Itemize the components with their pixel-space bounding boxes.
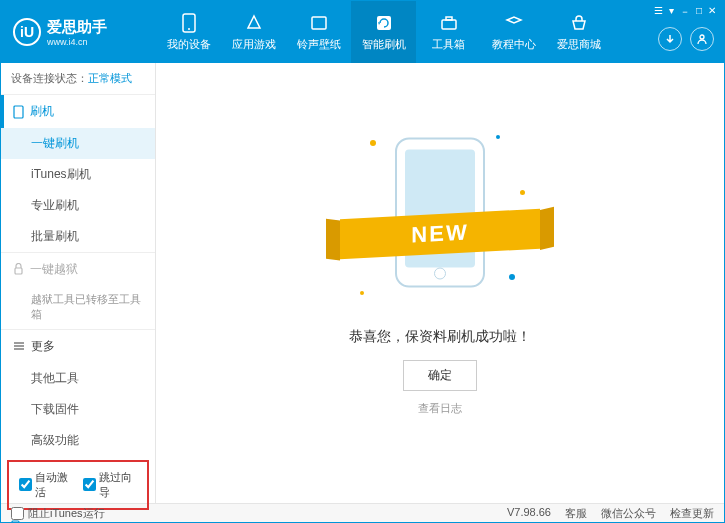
maximize-icon[interactable]: □ [696,5,702,19]
checkbox-auto-activate[interactable]: 自动激活 [19,470,73,500]
tab-ringtones[interactable]: 铃声壁纸 [286,1,351,63]
sidebar-item-other-tools[interactable]: 其他工具 [1,363,155,394]
sidebar-item-advanced[interactable]: 高级功能 [1,425,155,456]
status-label: 设备连接状态： [11,72,88,84]
tab-toolbox[interactable]: 工具箱 [416,1,481,63]
section-title: 刷机 [30,103,54,120]
svg-rect-8 [15,268,22,274]
sidebar-item-oneclick-flash[interactable]: 一键刷机 [1,128,155,159]
flash-icon [374,13,394,33]
tab-apps-games[interactable]: 应用游戏 [221,1,286,63]
more-icon [13,341,25,351]
ok-button[interactable]: 确定 [403,360,477,391]
app-header: iU 爱思助手 www.i4.cn 我的设备 应用游戏 铃声壁纸 智能刷机 工具… [1,1,724,63]
toolbox-icon [439,13,459,33]
phone-icon [13,105,24,119]
svg-point-6 [700,35,704,39]
tab-tutorials[interactable]: 教程中心 [481,1,546,63]
tab-label: 应用游戏 [232,37,276,52]
app-domain: www.i4.cn [47,37,107,47]
menu-icon[interactable]: ☰ [654,5,663,19]
logo-area: iU 爱思助手 www.i4.cn [1,18,156,47]
sidebar-item-pro-flash[interactable]: 专业刷机 [1,190,155,221]
checkbox-label: 跳过向导 [99,470,137,500]
sidebar-item-download-firmware[interactable]: 下载固件 [1,394,155,425]
checkbox-input[interactable] [19,478,32,491]
sidebar-section-jailbreak: 一键越狱 [1,253,155,286]
version-label: V7.98.66 [507,506,551,521]
main-content: NEW 恭喜您，保资料刷机成功啦！ 确定 查看日志 [156,63,724,503]
sidebar-section-flash[interactable]: 刷机 [1,95,155,128]
window-controls: ☰ ▾ － □ ✕ [654,5,716,19]
store-icon [569,13,589,33]
view-log-link[interactable]: 查看日志 [418,401,462,416]
wechat-link[interactable]: 微信公众号 [601,506,656,521]
main-tabs: 我的设备 应用游戏 铃声壁纸 智能刷机 工具箱 教程中心 爱思商城 [156,1,611,63]
check-update-link[interactable]: 检查更新 [670,506,714,521]
tab-smart-flash[interactable]: 智能刷机 [351,1,416,63]
svg-rect-2 [312,17,326,29]
apps-icon [244,13,264,33]
minimize-icon[interactable]: － [680,5,690,19]
success-illustration: NEW [350,130,530,310]
lock-icon [13,263,24,276]
checkbox-input[interactable] [11,507,24,520]
sidebar-item-batch-flash[interactable]: 批量刷机 [1,221,155,252]
tab-label: 铃声壁纸 [297,37,341,52]
tab-label: 我的设备 [167,37,211,52]
jailbreak-note: 越狱工具已转移至工具箱 [1,286,155,329]
status-value: 正常模式 [88,72,132,84]
section-title: 一键越狱 [30,261,78,278]
checkbox-label: 自动激活 [35,470,73,500]
support-link[interactable]: 客服 [565,506,587,521]
svg-rect-7 [14,106,23,118]
tutorial-icon [504,13,524,33]
checkbox-label: 阻止iTunes运行 [28,506,105,521]
options-highlighted: 自动激活 跳过向导 [7,460,149,510]
wallpaper-icon [309,13,329,33]
tab-label: 爱思商城 [557,37,601,52]
skin-icon[interactable]: ▾ [669,5,674,19]
tab-my-device[interactable]: 我的设备 [156,1,221,63]
phone-icon [179,13,199,33]
checkbox-block-itunes[interactable]: 阻止iTunes运行 [11,506,105,521]
user-button[interactable] [690,27,714,51]
svg-point-1 [188,28,190,30]
sidebar-item-itunes-flash[interactable]: iTunes刷机 [1,159,155,190]
download-button[interactable] [658,27,682,51]
tab-label: 教程中心 [492,37,536,52]
logo-icon: iU [13,18,41,46]
tab-store[interactable]: 爱思商城 [546,1,611,63]
svg-rect-5 [446,17,452,20]
connection-status: 设备连接状态：正常模式 [1,63,155,94]
app-name: 爱思助手 [47,18,107,37]
close-icon[interactable]: ✕ [708,5,716,19]
svg-rect-4 [442,20,456,29]
tab-label: 智能刷机 [362,37,406,52]
success-message: 恭喜您，保资料刷机成功啦！ [349,328,531,346]
sidebar-section-more[interactable]: 更多 [1,330,155,363]
tab-label: 工具箱 [432,37,465,52]
checkbox-input[interactable] [83,478,96,491]
sidebar: 设备连接状态：正常模式 刷机 一键刷机 iTunes刷机 专业刷机 批量刷机 一… [1,63,156,503]
section-title: 更多 [31,338,55,355]
checkbox-skip-guide[interactable]: 跳过向导 [83,470,137,500]
